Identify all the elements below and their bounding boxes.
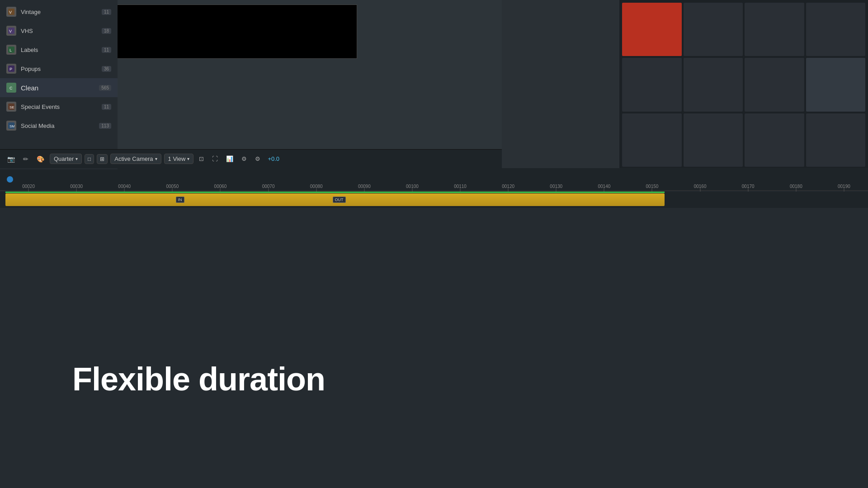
- crop-btn[interactable]: ⊡: [196, 154, 207, 164]
- expand-btn[interactable]: ⛶: [209, 154, 221, 164]
- tick-00090: 00090: [340, 184, 388, 191]
- main-title: Flexible duration: [72, 361, 325, 398]
- effects-panel: V Vintage 11 V VHS 18 L Labels 11 P Popu…: [0, 0, 118, 169]
- tick-00110: 00110: [436, 184, 484, 191]
- social-media-icon: SM: [6, 121, 16, 131]
- grid-icon: ⊞: [100, 156, 104, 162]
- pen-icon: ✏: [23, 155, 28, 163]
- popups-label: Popups: [21, 66, 102, 72]
- resolution-btn[interactable]: □: [85, 154, 94, 164]
- timeline-ruler: 00020 00030 00040 00050 00060 00070 0008…: [0, 168, 868, 191]
- vhs-icon: V: [6, 26, 16, 36]
- social-media-label: Social Media: [21, 122, 99, 129]
- popups-icon: P: [6, 64, 16, 74]
- crop-icon: ⊡: [199, 155, 204, 162]
- tick-00150: 00150: [628, 184, 676, 191]
- clean-label: Clean: [21, 84, 99, 92]
- tick-00130: 00130: [532, 184, 580, 191]
- thumbnail-cell[interactable]: [806, 58, 866, 111]
- grid-btn[interactable]: ⊞: [97, 154, 108, 164]
- thumbnail-cell[interactable]: [684, 113, 743, 167]
- chevron-down-icon-2: ▾: [155, 156, 157, 161]
- toolbar-icon-btn-1[interactable]: 📷: [5, 154, 18, 164]
- vintage-label: Vintage: [21, 9, 102, 15]
- special-events-badge: 11: [102, 104, 111, 110]
- chevron-down-icon: ▾: [75, 156, 78, 161]
- view-dropdown[interactable]: 1 View ▾: [164, 154, 194, 164]
- vintage-icon: V: [6, 7, 16, 17]
- quarter-label: Quarter: [54, 155, 74, 162]
- svg-text:V: V: [9, 10, 12, 14]
- vhs-label: VHS: [21, 28, 102, 34]
- panel-item-social-media[interactable]: SM Social Media 113: [0, 116, 118, 135]
- thumbnail-cell[interactable]: [806, 113, 866, 167]
- network-btn[interactable]: ⚙: [239, 154, 250, 164]
- tick-00030: 00030: [52, 184, 100, 191]
- out-marker: OUT: [333, 197, 346, 203]
- svg-text:P: P: [9, 67, 12, 71]
- tick-00050: 00050: [148, 184, 196, 191]
- thumbnail-cell[interactable]: [622, 58, 682, 111]
- thumbnail-cell[interactable]: [806, 3, 866, 56]
- thumbnail-cell[interactable]: [745, 3, 804, 56]
- tick-00100: 00100: [388, 184, 436, 191]
- clean-badge: 565: [99, 85, 111, 91]
- chart-icon: 📊: [226, 155, 233, 162]
- in-marker: IN: [176, 197, 184, 203]
- thumbnail-cell[interactable]: [622, 113, 682, 167]
- tick-00070: 00070: [245, 184, 292, 191]
- network-icon: ⚙: [241, 155, 247, 162]
- in-marker-container: IN: [173, 192, 187, 207]
- view-label: 1 View: [168, 155, 186, 162]
- tick-00140: 00140: [580, 184, 628, 191]
- video-preview: [77, 5, 357, 59]
- tick-00040: 00040: [100, 184, 148, 191]
- svg-text:C: C: [9, 86, 13, 90]
- thumbnail-cell[interactable]: [745, 58, 804, 111]
- panel-item-vintage[interactable]: V Vintage 11: [0, 2, 118, 21]
- labels-label: Labels: [21, 47, 102, 53]
- tick-00080: 00080: [292, 184, 340, 191]
- timeline: 00020 00030 00040 00050 00060 00070 0008…: [0, 168, 868, 488]
- tick-00160: 00160: [676, 184, 724, 191]
- tick-00020: 00020: [5, 184, 52, 191]
- chart-btn[interactable]: 📊: [223, 154, 236, 164]
- thumbnail-cell[interactable]: [745, 113, 804, 167]
- social-media-badge: 113: [99, 123, 111, 129]
- clip-bar[interactable]: IN OUT: [5, 193, 665, 206]
- special-events-label: Special Events: [21, 103, 102, 110]
- clean-icon: C: [6, 83, 16, 93]
- tick-00120: 00120: [484, 184, 532, 191]
- panel-item-labels[interactable]: L Labels 11: [0, 40, 118, 59]
- panel-item-special-events[interactable]: SE Special Events 11: [0, 97, 118, 116]
- toolbar: 📷 ✏ 🎨 Quarter ▾ □ ⊞ Active Camera ▾ 1 Vi…: [0, 149, 502, 168]
- camera-icon: 📷: [7, 155, 15, 163]
- far-right-panel: [619, 0, 868, 169]
- panel-item-vhs[interactable]: V VHS 18: [0, 21, 118, 40]
- tick-00170: 00170: [724, 184, 772, 191]
- svg-text:V: V: [9, 29, 12, 33]
- ruler-marks: 00020 00030 00040 00050 00060 00070 0008…: [5, 168, 868, 191]
- quarter-dropdown[interactable]: Quarter ▾: [50, 154, 82, 164]
- exposure-value: +0.0: [268, 155, 279, 162]
- toolbar-icon-btn-3[interactable]: 🎨: [34, 154, 47, 164]
- thumbnail-cell[interactable]: [684, 3, 743, 56]
- toolbar-icon-btn-2[interactable]: ✏: [20, 154, 31, 164]
- svg-text:SM: SM: [9, 124, 14, 128]
- vintage-badge: 11: [102, 9, 111, 15]
- labels-badge: 11: [102, 47, 111, 53]
- panel-item-clean[interactable]: C Clean 565: [0, 78, 118, 97]
- tick-00180: 00180: [772, 184, 820, 191]
- active-camera-dropdown[interactable]: Active Camera ▾: [110, 154, 161, 164]
- popups-badge: 36: [102, 66, 111, 72]
- thumbnail-cell[interactable]: [684, 58, 743, 111]
- expand-icon: ⛶: [212, 155, 218, 162]
- tick-00190: 00190: [820, 184, 868, 191]
- clip-track: IN OUT: [0, 192, 868, 208]
- panel-item-popups[interactable]: P Popups 36: [0, 59, 118, 78]
- vhs-badge: 18: [102, 28, 111, 34]
- color-wheel-icon: 🎨: [37, 155, 44, 163]
- thumbnail-cell[interactable]: [622, 3, 682, 56]
- thumbnail-grid: [619, 0, 868, 169]
- settings-btn[interactable]: ⚙: [252, 154, 263, 164]
